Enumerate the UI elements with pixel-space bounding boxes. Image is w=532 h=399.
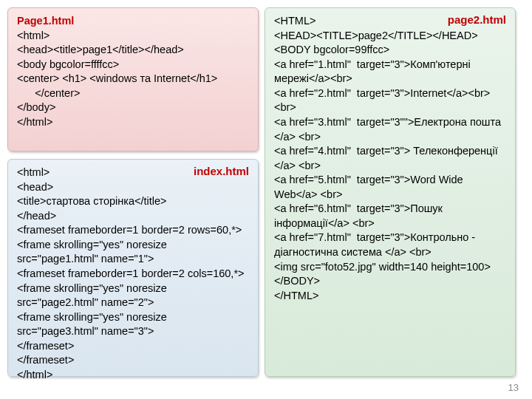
left-column: Page1.html <html> <head><title>page1</ti… (7, 7, 259, 377)
label-page2: page2.html (448, 13, 506, 27)
code-box-page1: Page1.html <html> <head><title>page1</ti… (7, 7, 259, 151)
code-box-index: index.html <html> <head> <title>стартова… (7, 159, 259, 377)
code-index: <html> <head> <title>стартова сторінка</… (17, 166, 249, 382)
label-page1: Page1.html (17, 14, 249, 29)
right-column: page2.html <HTML> <HEAD><TITLE>page2</TI… (265, 7, 516, 377)
page-number: 13 (508, 382, 519, 393)
label-index: index.html (194, 164, 249, 179)
code-page1: <html> <head><title>page1</title></head>… (17, 29, 249, 130)
slide: Page1.html <html> <head><title>page1</ti… (7, 7, 525, 377)
code-box-page2: page2.html <HTML> <HEAD><TITLE>page2</TI… (265, 7, 516, 377)
code-page2: <HTML> <HEAD><TITLE>page2</TITLE></HEAD>… (274, 14, 506, 303)
